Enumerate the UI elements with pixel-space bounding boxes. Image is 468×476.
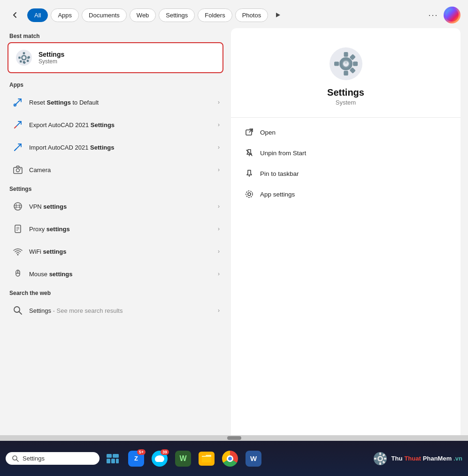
list-item[interactable]: Export AutoCAD 2021 Settings › xyxy=(8,113,223,136)
list-item[interactable]: Mouse settings › xyxy=(8,263,223,285)
svg-point-46 xyxy=(248,193,251,196)
play-icon xyxy=(275,12,281,18)
list-item-text: Proxy settings xyxy=(29,226,213,233)
folder-svg xyxy=(201,454,212,463)
action-open[interactable]: Open xyxy=(240,122,451,142)
camera-icon xyxy=(11,163,24,176)
svg-rect-58 xyxy=(379,453,381,455)
svg-rect-61 xyxy=(374,458,376,460)
chevron-right-icon: › xyxy=(218,248,220,255)
list-item[interactable]: Reset Settings to Default › xyxy=(8,91,223,113)
chevron-right-icon: › xyxy=(218,307,220,314)
chevron-right-icon: › xyxy=(218,271,220,277)
svg-point-26 xyxy=(14,307,20,312)
zalo-button[interactable]: Z 5+ xyxy=(126,448,146,469)
svg-rect-4 xyxy=(23,52,25,54)
chrome-button[interactable] xyxy=(220,448,240,469)
proxy-svg xyxy=(13,224,23,234)
mail-button[interactable]: 39 xyxy=(149,448,170,469)
wifi-icon xyxy=(11,245,24,258)
list-item[interactable]: WiFi settings › xyxy=(8,240,223,263)
taskbar-search[interactable]: Settings xyxy=(6,452,100,465)
action-app-settings[interactable]: App settings xyxy=(240,184,451,204)
pin-icon xyxy=(244,168,254,179)
list-item-text: VPN settings xyxy=(29,203,213,210)
svg-line-27 xyxy=(19,312,22,314)
best-match-item[interactable]: Settings System xyxy=(8,42,223,73)
right-actions: Open Unpin from Start xyxy=(231,118,460,209)
export-settings-icon xyxy=(11,118,24,131)
brand-thu: Thu xyxy=(391,455,403,462)
unpin-svg xyxy=(245,149,253,157)
word-button[interactable]: W xyxy=(243,448,264,469)
chevron-right-icon: › xyxy=(218,203,220,210)
filter-all[interactable]: All xyxy=(27,8,48,22)
brand-thuat: Thuat xyxy=(404,455,421,462)
chrome-icon xyxy=(222,451,238,467)
pin-label: Pin to taskbar xyxy=(260,170,299,177)
back-button[interactable] xyxy=(8,8,23,23)
more-button[interactable]: ··· xyxy=(426,8,441,23)
best-match-label: Best match xyxy=(8,28,223,42)
svg-rect-11 xyxy=(20,60,22,63)
edge-button[interactable]: W xyxy=(173,448,193,469)
svg-point-3 xyxy=(23,56,25,59)
filter-web[interactable]: Web xyxy=(130,8,156,22)
open-label: Open xyxy=(260,129,276,136)
best-match-text: Settings System xyxy=(38,51,64,65)
word-icon: W xyxy=(246,451,261,467)
list-item-text: Mouse settings xyxy=(29,271,213,278)
search-web-label: Search the web xyxy=(8,285,223,299)
svg-point-47 xyxy=(246,191,253,197)
proxy-icon xyxy=(11,222,24,235)
list-item[interactable]: Settings - See more search results › xyxy=(8,299,223,322)
task-view-icon xyxy=(106,453,119,464)
list-item[interactable]: Camera › xyxy=(8,159,223,181)
svg-point-16 xyxy=(14,203,22,210)
settings-gear-icon xyxy=(329,47,363,81)
chevron-right-icon: › xyxy=(218,99,220,106)
open-svg xyxy=(245,128,253,136)
vpn-icon xyxy=(11,200,24,213)
list-item-text: Camera xyxy=(29,166,213,174)
filter-documents[interactable]: Documents xyxy=(82,8,127,22)
play-button[interactable] xyxy=(271,8,285,22)
list-item[interactable]: Proxy settings › xyxy=(8,218,223,240)
filter-folders[interactable]: Folders xyxy=(198,8,232,22)
svg-line-49 xyxy=(16,460,18,461)
web-search-icon xyxy=(11,304,24,317)
settings-taskbar-button[interactable] xyxy=(370,448,391,469)
action-unpin[interactable]: Unpin from Start xyxy=(240,143,451,163)
scroll-thumb[interactable] xyxy=(227,436,241,440)
wrench-icon xyxy=(13,97,23,107)
unpin-label: Unpin from Start xyxy=(260,150,306,157)
import-settings-icon xyxy=(11,141,24,154)
filter-apps[interactable]: Apps xyxy=(51,8,79,22)
chevron-right-icon: › xyxy=(218,226,220,232)
action-pin[interactable]: Pin to taskbar xyxy=(240,164,451,183)
folder-icon xyxy=(199,452,215,466)
content-area: Best match xyxy=(0,28,468,441)
copilot-icon[interactable] xyxy=(444,7,460,23)
list-item[interactable]: VPN settings › xyxy=(8,195,223,218)
svg-line-42 xyxy=(249,129,253,132)
list-item-text: Export AutoCAD 2021 Settings xyxy=(29,121,213,128)
svg-point-40 xyxy=(345,61,347,64)
settings-icon-large xyxy=(15,49,33,67)
brand-dot: .vn xyxy=(453,455,462,462)
svg-marker-0 xyxy=(276,13,280,17)
app-settings-svg xyxy=(245,190,253,198)
task-view-button[interactable] xyxy=(102,448,123,469)
file-explorer-button[interactable] xyxy=(196,448,217,469)
import-icon xyxy=(13,142,23,152)
svg-point-14 xyxy=(16,169,20,172)
brand-phanmem: PhanMem xyxy=(423,455,452,462)
svg-point-21 xyxy=(17,254,19,256)
mouse-icon xyxy=(11,267,24,280)
scroll-indicator xyxy=(0,435,468,441)
filter-photos[interactable]: Photos xyxy=(235,8,268,22)
unpin-icon xyxy=(244,148,254,158)
svg-rect-9 xyxy=(27,60,29,62)
list-item[interactable]: Import AutoCAD 2021 Settings › xyxy=(8,136,223,159)
filter-settings[interactable]: Settings xyxy=(159,8,195,22)
